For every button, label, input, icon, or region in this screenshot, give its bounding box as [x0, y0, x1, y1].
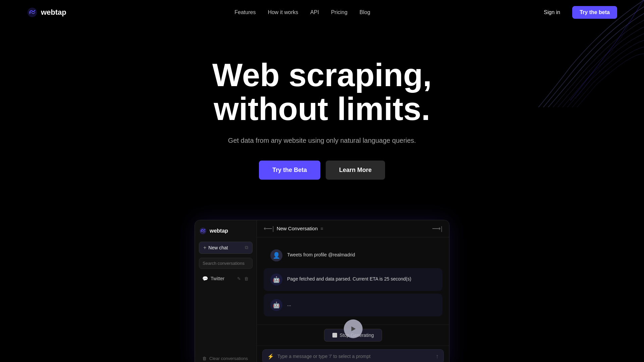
new-chat-label: New chat: [208, 245, 228, 250]
chat-input[interactable]: [277, 354, 432, 359]
nav-link-how-it-works[interactable]: How it works: [268, 9, 298, 15]
collapse-right-button[interactable]: ⟶|: [432, 225, 442, 232]
svg-point-0: [28, 8, 37, 17]
input-left-icon: ⚡: [267, 353, 274, 360]
app-window: webtap + New chat ⧉ 💬 Twitter ✎ 🗑 🗑 C: [195, 220, 449, 362]
nav-link-blog[interactable]: Blog: [360, 9, 370, 15]
chat-input-wrap: ⚡ ↑: [262, 349, 444, 362]
collapse-sidebar-button[interactable]: ⟵|: [264, 225, 274, 232]
chat-input-area: ⚡ ↑: [257, 346, 449, 362]
stop-icon: [332, 333, 337, 338]
chat-icon: 💬: [202, 276, 208, 281]
play-icon: [350, 325, 357, 333]
nav-logo-text: webtap: [41, 8, 66, 17]
webtap-logo-icon: [27, 7, 38, 18]
try-beta-nav-button[interactable]: Try the beta: [572, 6, 617, 19]
bot-message-text-2: ...: [287, 299, 291, 308]
nav-logo: webtap: [27, 7, 66, 18]
bot-message-text-1: Page fetched and data parsed. Current ET…: [287, 274, 411, 283]
clear-conversations-button[interactable]: 🗑 Clear conversations: [199, 354, 251, 362]
bot-avatar-icon-1: 🤖: [273, 276, 280, 283]
clear-label: Clear conversations: [209, 356, 248, 361]
hero-section: Web scraping, without limits. Get data f…: [0, 25, 644, 200]
conversation-label: Twitter: [211, 276, 234, 281]
plus-icon: +: [203, 245, 206, 251]
chat-header-right: ⟶|: [432, 225, 442, 232]
play-button[interactable]: [344, 319, 363, 338]
search-conversations-input[interactable]: [199, 258, 253, 269]
conversation-actions: ✎ 🗑: [236, 276, 249, 282]
hero-buttons: Try the Beta Learn More: [13, 161, 631, 180]
trash-icon: 🗑: [202, 356, 207, 361]
hero-title: Web scraping, without limits.: [13, 58, 631, 126]
edit-conversation-button[interactable]: ✎: [236, 276, 241, 282]
nav-link-features[interactable]: Features: [234, 9, 256, 15]
nav-links: Features How it works API Pricing Blog: [234, 9, 370, 15]
sidebar-logo-icon: [199, 227, 207, 235]
conversation-item-twitter[interactable]: 💬 Twitter ✎ 🗑: [199, 273, 253, 285]
hero-title-line1: Web scraping,: [212, 57, 432, 93]
copy-icon: ⧉: [245, 245, 248, 250]
try-beta-hero-button[interactable]: Try the Beta: [259, 161, 320, 180]
navbar: webtap Features How it works API Pricing…: [0, 0, 644, 25]
chat-messages: 👤 Tweets from profile @realmadrid 🤖 Page…: [257, 237, 449, 324]
sidebar-bottom: 🗑 Clear conversations: [199, 354, 253, 362]
user-message-text: Tweets from profile @realmadrid: [287, 249, 355, 258]
user-message: 👤 Tweets from profile @realmadrid: [264, 244, 442, 267]
nav-actions: Sign in Try the beta: [538, 6, 617, 19]
nav-link-pricing[interactable]: Pricing: [331, 9, 347, 15]
bot-avatar-icon-2: 🤖: [273, 301, 280, 309]
bot-message-2: 🤖 ...: [264, 294, 442, 316]
user-avatar: 👤: [270, 249, 282, 261]
hero-title-line2: without limits.: [214, 91, 430, 127]
chat-header: ⟵| New Conversation ≡ ⟶|: [257, 220, 449, 237]
sidebar: webtap + New chat ⧉ 💬 Twitter ✎ 🗑 🗑 C: [195, 220, 257, 362]
new-chat-button[interactable]: + New chat ⧉: [199, 242, 253, 254]
sidebar-logo: webtap: [199, 226, 253, 238]
bot-message-1: 🤖 Page fetched and data parsed. Current …: [264, 268, 442, 291]
chat-main: ⟵| New Conversation ≡ ⟶| 👤 Tweets from p…: [257, 220, 449, 362]
bot-avatar-2: 🤖: [270, 299, 282, 311]
chat-header-title: New Conversation: [277, 226, 318, 231]
menu-icon: ≡: [320, 226, 323, 231]
delete-conversation-button[interactable]: 🗑: [244, 276, 249, 282]
bot-avatar-1: 🤖: [270, 274, 282, 286]
learn-more-button[interactable]: Learn More: [326, 161, 385, 180]
user-avatar-icon: 👤: [273, 252, 280, 259]
chat-header-left: ⟵| New Conversation ≡: [264, 225, 323, 232]
svg-marker-2: [351, 326, 356, 331]
hero-subtitle: Get data from any website using only nat…: [13, 137, 631, 144]
send-button[interactable]: ↑: [436, 353, 439, 360]
sidebar-logo-text: webtap: [210, 228, 228, 234]
nav-link-api[interactable]: API: [310, 9, 319, 15]
signin-button[interactable]: Sign in: [538, 7, 566, 18]
app-preview: webtap + New chat ⧉ 💬 Twitter ✎ 🗑 🗑 C: [0, 220, 644, 362]
